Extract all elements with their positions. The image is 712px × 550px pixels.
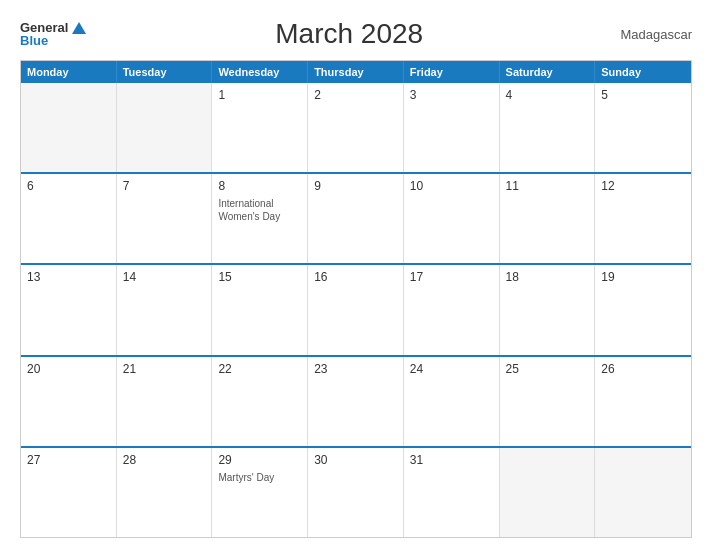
- day-cell: [595, 448, 691, 537]
- col-thursday: Thursday: [308, 61, 404, 83]
- calendar-page: General Blue March 2028 Madagascar Monda…: [0, 0, 712, 550]
- col-monday: Monday: [21, 61, 117, 83]
- day-cell: 2: [308, 83, 404, 172]
- day-cell: [117, 83, 213, 172]
- country-label: Madagascar: [612, 27, 692, 42]
- day-cell: 3: [404, 83, 500, 172]
- day-cell: 24: [404, 357, 500, 446]
- day-cell: 29 Martyrs' Day: [212, 448, 308, 537]
- day-cell: 22: [212, 357, 308, 446]
- day-cell: 9: [308, 174, 404, 263]
- day-cell: 28: [117, 448, 213, 537]
- calendar-header: Monday Tuesday Wednesday Thursday Friday…: [21, 61, 691, 83]
- page-title: March 2028: [86, 18, 612, 50]
- day-cell: 15: [212, 265, 308, 354]
- day-cell: 30: [308, 448, 404, 537]
- day-cell: 18: [500, 265, 596, 354]
- day-cell: 6: [21, 174, 117, 263]
- logo-triangle-icon: [72, 22, 86, 34]
- day-cell: 27: [21, 448, 117, 537]
- week-row-2: 6 7 8 International Women's Day 9 10 11 …: [21, 172, 691, 263]
- week-row-3: 13 14 15 16 17 18 19: [21, 263, 691, 354]
- day-cell: [500, 448, 596, 537]
- day-cell: 7: [117, 174, 213, 263]
- col-wednesday: Wednesday: [212, 61, 308, 83]
- col-friday: Friday: [404, 61, 500, 83]
- calendar: Monday Tuesday Wednesday Thursday Friday…: [20, 60, 692, 538]
- day-cell: 20: [21, 357, 117, 446]
- week-row-5: 27 28 29 Martyrs' Day 30 31: [21, 446, 691, 537]
- day-cell: 19: [595, 265, 691, 354]
- day-cell: 17: [404, 265, 500, 354]
- col-tuesday: Tuesday: [117, 61, 213, 83]
- day-cell: 14: [117, 265, 213, 354]
- day-cell: 16: [308, 265, 404, 354]
- col-saturday: Saturday: [500, 61, 596, 83]
- day-cell: 1: [212, 83, 308, 172]
- week-row-4: 20 21 22 23 24 25 26: [21, 355, 691, 446]
- day-cell: 10: [404, 174, 500, 263]
- day-cell: 21: [117, 357, 213, 446]
- calendar-body: 1 2 3 4 5 6 7 8 International Women's Da…: [21, 83, 691, 537]
- day-cell: 12: [595, 174, 691, 263]
- day-cell: 11: [500, 174, 596, 263]
- col-sunday: Sunday: [595, 61, 691, 83]
- logo-blue-text: Blue: [20, 34, 48, 47]
- day-cell: 23: [308, 357, 404, 446]
- logo: General Blue: [20, 21, 86, 47]
- day-cell: 25: [500, 357, 596, 446]
- day-cell: 8 International Women's Day: [212, 174, 308, 263]
- day-cell: 31: [404, 448, 500, 537]
- page-header: General Blue March 2028 Madagascar: [20, 18, 692, 50]
- day-cell: 4: [500, 83, 596, 172]
- day-cell: 26: [595, 357, 691, 446]
- week-row-1: 1 2 3 4 5: [21, 83, 691, 172]
- day-cell: 13: [21, 265, 117, 354]
- day-cell: [21, 83, 117, 172]
- day-cell: 5: [595, 83, 691, 172]
